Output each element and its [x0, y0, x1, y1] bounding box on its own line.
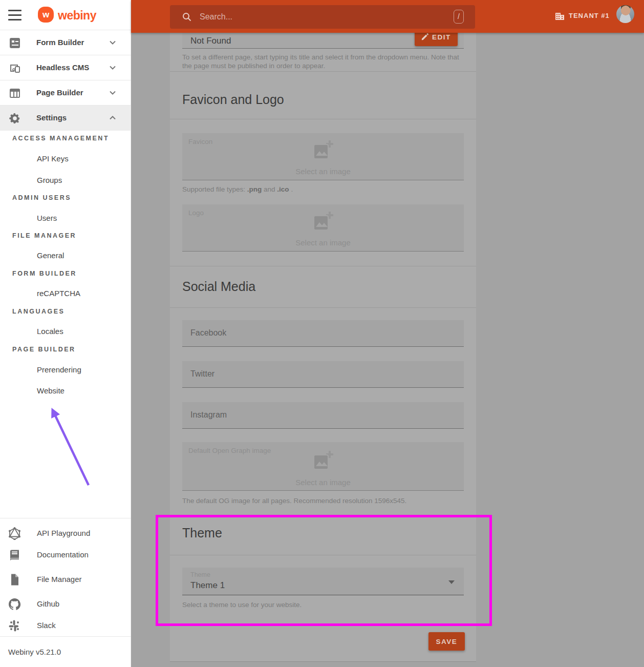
favicon-helper-text: Supported file types: .png and .ico .: [182, 185, 463, 194]
divider: [0, 636, 131, 637]
building-icon: [555, 11, 565, 20]
sidebar-item-label: Documentation: [37, 550, 89, 559]
divider: [0, 518, 131, 518]
og-helper-text: The default OG image for all pages. Reco…: [182, 496, 463, 505]
search-bar[interactable]: /: [170, 5, 475, 29]
sidebar-section-admin-users: ADMIN USERS: [12, 194, 71, 201]
sidebar-item-groups[interactable]: Groups: [37, 176, 62, 184]
chevron-down-icon: [108, 62, 118, 73]
webiny-logo-wordmark: webiny: [58, 9, 96, 23]
pencil-icon: [421, 33, 428, 40]
website-settings-card: Not Found EDIT To set a different page, …: [170, 33, 476, 662]
divider: [170, 71, 476, 72]
twitter-input-label: Twitter: [190, 369, 214, 379]
section-title-social-media: Social Media: [182, 279, 255, 294]
form-builder-icon: [9, 37, 21, 49]
default-page-helper-text: To set a different page, start typing it…: [182, 53, 463, 70]
sidebar-item-headless-cms[interactable]: Headless CMS: [0, 55, 131, 80]
twitter-input[interactable]: Twitter: [182, 361, 464, 388]
user-avatar[interactable]: [616, 5, 634, 23]
page-builder-icon: [9, 87, 21, 99]
headless-cms-icon: [9, 62, 21, 74]
sidebar-section-form-builder: FORM BUILDER: [12, 270, 77, 277]
sidebar-item-general[interactable]: General: [37, 251, 64, 260]
chevron-down-icon: [108, 37, 118, 48]
sidebar-section-page-builder: PAGE BUILDER: [12, 346, 76, 353]
sidebar-item-settings[interactable]: Settings: [0, 105, 131, 131]
sidebar-item-label: Page Builder: [36, 88, 83, 97]
chevron-down-icon: [448, 580, 455, 584]
sidebar-section-languages: LANGUAGES: [12, 308, 65, 315]
add-image-icon: [313, 451, 333, 470]
search-shortcut-badge: /: [454, 10, 464, 24]
divider: [170, 555, 476, 555]
book-icon: [8, 549, 21, 561]
tenant-label: TENANT #1: [569, 12, 610, 19]
save-button-label: SAVE: [436, 638, 458, 645]
sidebar-item-label: Settings: [36, 113, 67, 122]
facebook-input-label: Facebook: [190, 328, 226, 338]
og-image-upload-box[interactable]: Default Open Graph image Select an image: [182, 442, 464, 491]
favicon-field-label: Favicon: [188, 138, 212, 145]
search-input[interactable]: [200, 5, 440, 29]
save-button[interactable]: SAVE: [428, 632, 465, 651]
sidebar-item-website[interactable]: Website: [37, 386, 65, 395]
graphql-icon: [8, 527, 21, 540]
sidebar-item-label: API Playground: [37, 529, 90, 537]
sidebar-item-label: Form Builder: [36, 38, 84, 47]
sidebar-item-api-playground[interactable]: API Playground: [0, 524, 131, 544]
section-title-theme: Theme: [182, 526, 222, 540]
edit-button-label: EDIT: [432, 33, 451, 41]
facebook-input[interactable]: Facebook: [182, 320, 464, 347]
sidebar-item-form-builder[interactable]: Form Builder: [0, 30, 131, 55]
sidebar: w webiny Form Builder Headless CMS Page …: [0, 0, 131, 667]
add-image-icon: [313, 212, 333, 231]
logo-field-label: Logo: [188, 209, 204, 217]
instagram-input[interactable]: Instagram: [182, 402, 464, 429]
sidebar-item-github[interactable]: Github: [0, 594, 131, 615]
divider: [170, 119, 476, 119]
sidebar-item-users[interactable]: Users: [37, 214, 57, 222]
sidebar-item-documentation[interactable]: Documentation: [0, 545, 131, 566]
chevron-down-icon: [108, 88, 118, 98]
default-not-found-page-value: Not Found: [190, 36, 231, 46]
chevron-up-icon: [108, 113, 118, 123]
divider: [170, 307, 476, 308]
logo-select-image-label: Select an image: [182, 238, 464, 247]
theme-select[interactable]: Theme Theme 1: [182, 568, 464, 595]
app-version: Webiny v5.21.0: [8, 648, 61, 656]
menu-icon[interactable]: [8, 10, 22, 20]
webiny-logo-icon[interactable]: w: [38, 7, 54, 23]
gear-icon: [9, 112, 21, 124]
sidebar-item-label: Github: [37, 599, 59, 608]
sidebar-item-file-manager[interactable]: File Manager: [0, 570, 131, 590]
section-title-favicon-logo: Favicon and Logo: [182, 92, 284, 107]
file-icon: [8, 573, 21, 586]
og-select-image-label: Select an image: [182, 478, 464, 487]
logo-upload-box[interactable]: Logo Select an image: [182, 204, 464, 252]
github-icon: [8, 598, 21, 611]
tenant-selector[interactable]: TENANT #1: [555, 11, 610, 20]
divider: [170, 266, 476, 266]
sidebar-section-access-management: ACCESS MANAGEMENT: [12, 135, 109, 142]
search-icon: [182, 12, 191, 22]
slack-icon: [8, 619, 21, 632]
theme-select-value: Theme 1: [190, 580, 225, 591]
favicon-upload-box[interactable]: Favicon Select an image: [182, 133, 464, 180]
theme-helper-text: Select a theme to use for your website.: [182, 600, 463, 609]
instagram-input-label: Instagram: [190, 410, 227, 420]
sidebar-item-prerendering[interactable]: Prerendering: [37, 365, 81, 374]
theme-select-label: Theme: [190, 571, 210, 578]
sidebar-section-file-manager: FILE MANAGER: [12, 232, 76, 239]
og-image-field-label: Default Open Graph image: [188, 447, 271, 454]
sidebar-item-slack[interactable]: Slack: [0, 616, 131, 636]
add-image-icon: [313, 140, 333, 160]
sidebar-item-label: Headless CMS: [36, 63, 89, 72]
sidebar-item-api-keys[interactable]: API Keys: [37, 154, 69, 163]
sidebar-item-recaptcha[interactable]: reCAPTCHA: [37, 289, 80, 298]
app-bar: / TENANT #1: [131, 0, 644, 33]
sidebar-item-locales[interactable]: Locales: [37, 327, 63, 336]
sidebar-item-label: Slack: [37, 621, 56, 630]
sidebar-item-page-builder[interactable]: Page Builder: [0, 80, 131, 105]
annotation-arrow: [36, 394, 102, 492]
